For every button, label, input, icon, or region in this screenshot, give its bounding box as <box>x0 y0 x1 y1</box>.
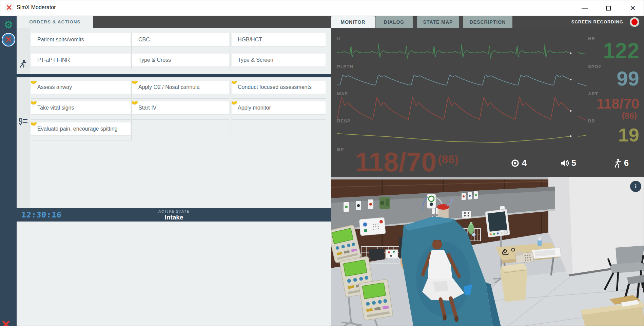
vital-label-hr: HR <box>588 36 595 41</box>
participant-count: 6 <box>624 158 629 168</box>
order-card[interactable]: Type & Cross <box>132 54 229 66</box>
record-button[interactable] <box>630 17 639 27</box>
bp-reading: 118/70 (86) <box>355 149 458 176</box>
action-card[interactable]: ★Apply monitor <box>232 101 326 114</box>
active-state-bar: 12:30:16 ACTIVE STATE Intake <box>17 208 331 222</box>
window-title: SimX Moderator <box>17 4 56 11</box>
order-label: CBC <box>138 37 150 43</box>
close-button[interactable]: ✕ <box>624 0 641 16</box>
row-separator <box>232 98 326 99</box>
order-label: HGB/HCT <box>238 37 262 43</box>
right-tab-bar: MONITOR DIALOG STATE MAP DESCRIPTION SCR… <box>331 16 644 28</box>
wave-label-ii: II <box>337 36 340 41</box>
maximize-button[interactable] <box>600 0 617 16</box>
audio-count: 5 <box>571 158 576 168</box>
order-label: Type & Cross <box>138 57 171 63</box>
row-separator <box>232 69 326 69</box>
infusion-pump <box>358 279 393 321</box>
star-badge: ★ <box>232 81 237 84</box>
action-card[interactable]: ★Assess airway <box>31 81 131 94</box>
audio-counter[interactable]: 5 <box>560 158 576 168</box>
orders-actions-panel: ORDERS & ACTIONS Patient spits/vomits CB… <box>17 16 331 326</box>
action-label: Apply O2 / Nasal cannula <box>138 84 200 90</box>
order-card[interactable]: Patient spits/vomits <box>31 33 131 46</box>
scene-render <box>331 177 644 326</box>
wave-label-resp: RESP <box>337 118 350 123</box>
star-badge: ★ <box>31 101 37 104</box>
star-badge: ★ <box>31 81 37 84</box>
screen-recording-label: SCREEN RECORDING <box>571 16 623 28</box>
order-card[interactable]: CBC <box>132 33 229 46</box>
tab-monitor[interactable]: MONITOR <box>331 16 375 28</box>
action-label: Assess airway <box>37 84 72 90</box>
column-divider <box>231 33 231 69</box>
pointer-toggle-button[interactable]: ✕ <box>2 33 15 46</box>
star-badge: ★ <box>132 81 138 84</box>
order-label: Patient spits/vomits <box>37 37 84 43</box>
order-card[interactable]: HGB/HCT <box>232 33 326 46</box>
simx-moderator-window: ✕ SimX Moderator — ✕ ⚙ ✕ ✕ ORDERS & ACTI… <box>0 0 644 326</box>
row-separator <box>31 140 131 140</box>
star-badge: ★ <box>31 122 37 126</box>
vital-value-hr: 122 <box>603 40 639 62</box>
app-icon: ✕ <box>5 3 14 12</box>
tab-orders-actions[interactable]: ORDERS & ACTIONS <box>17 16 93 28</box>
section-divider-bar <box>17 74 331 77</box>
bp-value: 118/70 <box>355 149 436 176</box>
column-divider <box>231 80 231 140</box>
observer-counter[interactable]: 4 <box>510 158 527 168</box>
minimize-button[interactable]: — <box>576 0 593 16</box>
runner-icon <box>614 158 622 168</box>
tab-state-map[interactable]: STATE MAP <box>417 16 459 28</box>
row-separator <box>31 119 131 120</box>
info-button[interactable]: i <box>630 181 641 192</box>
observer-count: 4 <box>522 158 527 168</box>
row-separator <box>31 69 131 69</box>
vital-value-rr: 19 <box>618 126 639 145</box>
sidebar: ⚙ ✕ ✕ <box>0 16 17 326</box>
tab-dialog[interactable]: DIALOG <box>375 16 413 28</box>
star-badge: ★ <box>132 101 138 104</box>
vital-value-spo2: 99 <box>617 69 639 89</box>
action-card[interactable]: ★Conduct focused assessments <box>232 81 326 94</box>
vital-sub-art: (86) <box>622 112 637 120</box>
order-card[interactable]: PT-aPTT-INR <box>31 54 131 66</box>
wave-label-pleth: PLETH <box>337 64 353 69</box>
speaker-icon <box>560 158 569 168</box>
bp-map-value: (86) <box>438 153 458 166</box>
action-card[interactable]: ★Start IV <box>132 101 229 114</box>
tab-description[interactable]: DESCRIPTION <box>463 16 512 28</box>
scene-3d-view[interactable]: i <box>331 177 644 326</box>
row-separator <box>132 98 229 99</box>
action-card[interactable]: ★Apply O2 / Nasal cannula <box>132 81 229 94</box>
actions-checklist-icon <box>19 118 27 127</box>
participant-counter[interactable]: 6 <box>614 158 629 168</box>
wave-label-bp: BP <box>337 147 344 152</box>
title-bar: ✕ SimX Moderator — ✕ <box>0 0 644 16</box>
nurse-call-panel <box>359 217 386 236</box>
active-state-label: ACTIVE STATE <box>17 209 331 213</box>
patient-monitor: II PLETH MAP RESP BP HR 122 SPO2 99 ART … <box>331 28 644 177</box>
vital-label-rr: RR <box>588 118 595 123</box>
sidebar-bottom-x-icon[interactable]: ✕ <box>1 318 11 326</box>
orders-runner-icon <box>19 60 27 68</box>
action-label: Start IV <box>138 105 156 111</box>
action-label: Apply monitor <box>238 105 271 111</box>
action-label: Evaluate pain, encourage spitting <box>37 126 118 132</box>
row-separator <box>132 69 229 69</box>
section-icon-strip <box>17 28 30 208</box>
action-card[interactable]: ★Take vital signs <box>31 101 131 114</box>
star-badge: ★ <box>232 101 237 104</box>
order-card[interactable]: Type & Screen <box>232 54 326 66</box>
order-label: PT-aPTT-INR <box>37 57 70 63</box>
maximize-icon <box>606 6 611 11</box>
left-tab-bar: ORDERS & ACTIONS <box>17 16 331 28</box>
eye-icon <box>510 158 520 168</box>
right-panel: MONITOR DIALOG STATE MAP DESCRIPTION SCR… <box>331 16 644 326</box>
settings-gear-icon[interactable]: ⚙ <box>0 18 17 32</box>
column-divider <box>131 80 132 140</box>
action-card[interactable]: ★Evaluate pain, encourage spitting <box>31 122 131 135</box>
order-label: Type & Screen <box>238 57 273 63</box>
column-divider <box>131 33 132 69</box>
action-label: Conduct focused assessments <box>238 84 312 90</box>
